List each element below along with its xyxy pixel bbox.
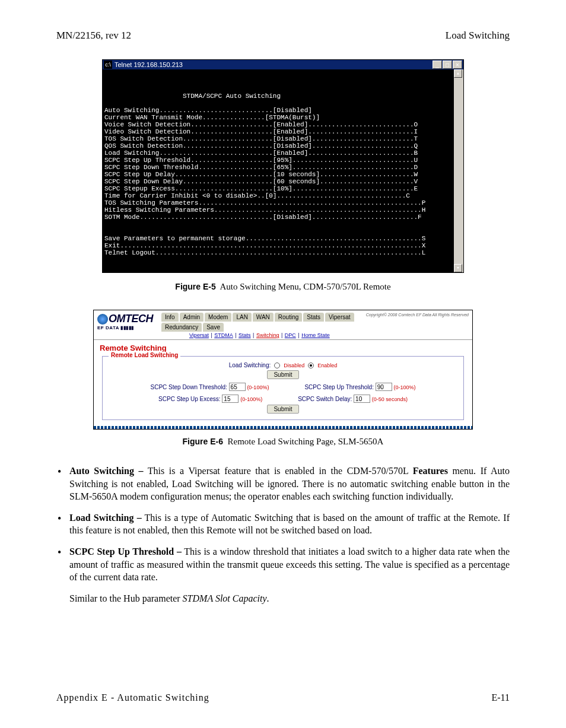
comtech-logo: OMTECH EF DATA ▮▮▮▮▮ <box>97 313 153 330</box>
hint-sec: (0-50 seconds) <box>372 396 408 402</box>
tab-routing[interactable]: Routing <box>275 313 302 322</box>
step-up-excess-label: SCPC Step Up Excess: <box>158 396 220 402</box>
tab-wan[interactable]: WAN <box>253 313 274 322</box>
bullet-scpc-step-up: SCPC Step Up Threshold – This is a windo… <box>69 545 510 584</box>
minimize-button[interactable]: _ <box>433 61 442 69</box>
switch-delay-input[interactable] <box>354 395 370 403</box>
tab-modem[interactable]: Modem <box>205 313 231 322</box>
radio-enabled-label: Enabled <box>317 363 337 368</box>
bullet-load-switching: Load Switching – This is a type of Autom… <box>69 511 510 537</box>
sublink-stdma[interactable]: STDMA <box>214 332 233 338</box>
tab-save[interactable]: Save <box>203 323 224 332</box>
close-button[interactable]: × <box>453 61 462 69</box>
hint-pct-1: (0-100%) <box>247 384 269 390</box>
footer-left: Appendix E - Automatic Switching <box>56 692 209 703</box>
tab-admin[interactable]: Admin <box>180 313 203 322</box>
telnet-window: c:\ Telnet 192.168.150.213 _ □ × ▴ ▾ STD… <box>102 59 464 273</box>
sublink-home-state[interactable]: Home State <box>301 332 330 338</box>
tab-info[interactable]: Info <box>161 313 179 322</box>
globe-icon <box>97 314 108 325</box>
figure-torn-edge <box>94 426 472 429</box>
sublink-switching[interactable]: Switching <box>256 332 279 338</box>
sublink-dpc[interactable]: DPC <box>285 332 296 338</box>
radio-enabled[interactable] <box>308 363 314 368</box>
cmd-icon: c:\ <box>104 61 112 69</box>
copyright: Copyright© 2008 Comtech EF Data All Righ… <box>366 313 469 317</box>
step-up-threshold-label: SCPC Step Up Threshold: <box>304 384 374 390</box>
doc-section: Load Switching <box>446 30 510 42</box>
bullet-auto-switching: Auto Switching – This is a Vipersat feat… <box>69 465 510 503</box>
terminal-output: ▴ ▾ STDMA/SCPC Auto Switching Auto Switc… <box>103 69 463 272</box>
bullet-list: Auto Switching – This is a Vipersat feat… <box>56 465 510 584</box>
doc-id: MN/22156, rev 12 <box>56 30 131 42</box>
nav-tabs: InfoAdminModemLANWANRoutingStatsVipersat… <box>161 313 366 332</box>
tab-lan[interactable]: LAN <box>233 313 251 322</box>
submit-button-1[interactable]: Submit <box>267 370 298 379</box>
remote-load-fieldset: Remote Load Switching Load Switching: Di… <box>102 356 464 420</box>
hint-pct-2: (0-100%) <box>394 384 416 390</box>
figure-e5-caption: Figure E-5 Auto Switching Menu, CDM-570/… <box>56 282 510 292</box>
tab-redundancy[interactable]: Redundancy <box>161 323 202 332</box>
load-switching-label: Load Switching: <box>229 362 271 368</box>
sublink-vipersat[interactable]: Vipersat <box>189 332 209 338</box>
hint-pct-3: (0-100%) <box>240 396 262 402</box>
step-up-excess-input[interactable] <box>222 395 239 403</box>
web-ui-figure: OMTECH EF DATA ▮▮▮▮▮ InfoAdminModemLANWA… <box>93 310 473 430</box>
page-number: E-11 <box>491 692 510 703</box>
fieldset-legend: Remote Load Switching <box>109 352 180 358</box>
radio-disabled-label: Disabled <box>284 363 304 368</box>
scrollbar[interactable]: ▴ ▾ <box>454 69 463 272</box>
maximize-button[interactable]: □ <box>443 61 452 69</box>
scroll-up-icon[interactable]: ▴ <box>454 69 462 78</box>
tab-stats[interactable]: Stats <box>303 313 324 322</box>
step-up-threshold-input[interactable] <box>376 383 392 391</box>
window-title: Telnet 192.168.150.213 <box>115 61 183 68</box>
paragraph-similar: Similar to the Hub parameter STDMA Slot … <box>56 592 510 605</box>
step-down-threshold-label: SCPC Step Down Threshold: <box>150 384 227 390</box>
switch-delay-label: SCPC Switch Delay: <box>298 396 352 402</box>
step-down-threshold-input[interactable] <box>229 383 246 391</box>
tab-vipersat[interactable]: Vipersat <box>325 313 354 322</box>
figure-e6-caption: Figure E-6 Remote Load Switching Page, S… <box>56 437 510 447</box>
scroll-down-icon[interactable]: ▾ <box>454 264 462 272</box>
nav-sublinks: Vipersat | STDMA | Stats | Switching | D… <box>153 332 366 338</box>
window-titlebar: c:\ Telnet 192.168.150.213 _ □ × <box>103 60 463 69</box>
submit-button-2[interactable]: Submit <box>267 405 298 414</box>
radio-disabled[interactable] <box>274 363 280 368</box>
sublink-stats[interactable]: Stats <box>239 332 251 338</box>
